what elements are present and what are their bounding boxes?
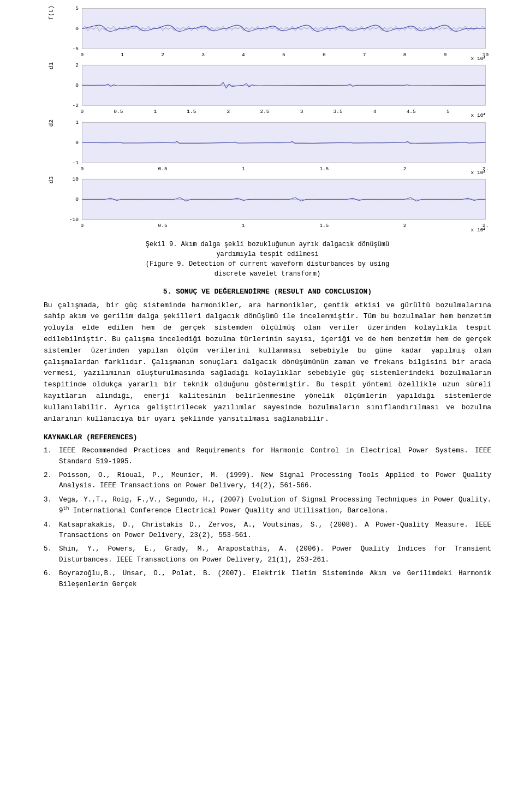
- caption-line3: (Figure 9. Detection of current waveform…: [146, 260, 389, 268]
- svg-text:x 10⁴: x 10⁴: [471, 227, 486, 233]
- svg-text:7: 7: [363, 52, 366, 58]
- svg-ft: 5 0 -5 0 1 2 3 4 5 6 7 8 9 10 x 10: [59, 5, 491, 60]
- svg-text:1: 1: [242, 166, 245, 172]
- svg-text:x 10⁴: x 10⁴: [471, 56, 486, 60]
- chart-ft: f(t) 5 0 -5 0 1 2 3: [44, 5, 491, 60]
- chart-area-d3: 10 0 -10 0 0.5 1 1.5 2 2. x 10⁴: [59, 176, 491, 234]
- svg-text:1: 1: [75, 120, 79, 126]
- svg-text:6: 6: [323, 52, 326, 58]
- ref-text-6: Boyrazoğlu,B., Ünsar, Ö., Polat, B. (200…: [59, 569, 491, 590]
- svg-text:5: 5: [282, 52, 285, 58]
- figure-caption: Şekil 9. Akım dalga şekli bozukluğunun a…: [44, 240, 491, 279]
- chart-area-d1: 2 0 -2 0 0.5 1 1.5 2 2.5 3 3.5 4 4.5 5 x…: [59, 62, 491, 117]
- svg-d3: 10 0 -10 0 0.5 1 1.5 2 2. x 10⁴: [59, 176, 491, 234]
- chart-d1: d1 2 0 -2 0 0.5 1 1.5 2 2.5 3: [44, 62, 491, 117]
- svg-text:0.5: 0.5: [158, 223, 168, 229]
- svg-text:0: 0: [80, 223, 84, 229]
- svg-text:0: 0: [75, 26, 79, 32]
- svg-text:5: 5: [75, 5, 79, 11]
- ylabel-ft: f(t): [44, 5, 59, 20]
- reference-item-5: 5. Shin, Y., Powers, E., Grady, M., Arap…: [44, 544, 491, 565]
- svg-d1: 2 0 -2 0 0.5 1 1.5 2 2.5 3 3.5 4 4.5 5 x…: [59, 62, 491, 117]
- figure-9: f(t) 5 0 -5 0 1 2 3: [44, 5, 491, 234]
- svg-text:5: 5: [446, 109, 450, 115]
- svg-text:-10: -10: [69, 217, 79, 223]
- ylabel-d3: d3: [44, 176, 59, 183]
- caption-line1: Şekil 9. Akım dalga şekli bozukluğunun a…: [146, 241, 389, 248]
- reference-item-1: 1. IEEE Recommended Practices and Requir…: [44, 446, 491, 467]
- svg-text:2: 2: [75, 63, 79, 69]
- ref-text-1: IEEE Recommended Practices and Requireme…: [59, 446, 491, 467]
- svg-text:0: 0: [75, 140, 79, 146]
- svg-text:3.5: 3.5: [334, 109, 343, 115]
- chart-d2: d2 1 0 -1 0 0.5 1 1.5 2 2. x 10⁴: [44, 120, 491, 174]
- svg-text:9: 9: [444, 52, 447, 58]
- svg-text:-2: -2: [73, 103, 79, 109]
- svg-text:4.5: 4.5: [407, 109, 416, 115]
- svg-text:2: 2: [403, 223, 407, 229]
- svg-text:0.5: 0.5: [114, 109, 123, 115]
- svg-text:0: 0: [80, 166, 84, 172]
- svg-text:1.5: 1.5: [187, 109, 196, 115]
- svg-text:x 10⁴: x 10⁴: [471, 113, 486, 117]
- svg-text:8: 8: [403, 52, 407, 58]
- svg-text:3: 3: [300, 109, 303, 115]
- svg-text:-1: -1: [73, 160, 79, 166]
- caption-line2: yardımıyla tespit edilmesi: [216, 250, 318, 258]
- svg-text:2.5: 2.5: [260, 109, 269, 115]
- reference-item-3: 3. Vega, Y.,T., Roig, F.,V., Segundo, H.…: [44, 495, 491, 517]
- ref-text-4: Katsaprakakis, D., Christakis D., Zervos…: [59, 520, 491, 541]
- chart-area-ft: 5 0 -5 0 1 2 3 4 5 6 7 8 9 10 x 10: [59, 5, 491, 60]
- caption-line4: discrete wavelet transform): [215, 270, 320, 278]
- svg-text:1.5: 1.5: [319, 166, 329, 172]
- reference-item-2: 2. Poisson, O., Rioual, P., Meunier, M. …: [44, 470, 491, 492]
- chart-area-d2: 1 0 -1 0 0.5 1 1.5 2 2. x 10⁴: [59, 120, 491, 174]
- ref-text-5: Shin, Y., Powers, E., Grady, M., Arapost…: [59, 544, 491, 565]
- svg-text:1: 1: [154, 109, 157, 115]
- svg-text:2: 2: [161, 52, 164, 58]
- svg-text:2: 2: [403, 166, 407, 172]
- ref-num-3: 3.: [44, 495, 59, 517]
- ref-text-3: Vega, Y.,T., Roig, F.,V., Segundo, H., (…: [59, 495, 491, 517]
- section-heading: 5. SONUÇ VE DEĞERLENDİRME (RESULT AND CO…: [44, 288, 491, 296]
- svg-text:2: 2: [227, 109, 230, 115]
- references-list: 1. IEEE Recommended Practices and Requir…: [44, 446, 491, 590]
- reference-item-6: 6. Boyrazoğlu,B., Ünsar, Ö., Polat, B. (…: [44, 569, 491, 590]
- ref-num-6: 6.: [44, 569, 59, 590]
- svg-text:-5: -5: [73, 46, 79, 52]
- body-paragraph: Bu çalışmada, bir güç sisteminde harmoni…: [44, 300, 491, 425]
- svg-text:0.5: 0.5: [158, 166, 168, 172]
- ref-num-4: 4.: [44, 520, 59, 541]
- ref-num-1: 1.: [44, 446, 59, 467]
- svg-text:3: 3: [201, 52, 205, 58]
- chart-d3: d3 10 0 -10 0 0.5 1 1.5 2 2. x 10⁴: [44, 176, 491, 234]
- ref-text-2: Poisson, O., Rioual, P., Meunier, M. (19…: [59, 470, 491, 492]
- ref-num-5: 5.: [44, 544, 59, 565]
- svg-text:1.5: 1.5: [319, 223, 329, 229]
- ylabel-d2: d2: [44, 120, 59, 127]
- svg-text:0: 0: [80, 109, 84, 115]
- svg-text:1: 1: [121, 52, 124, 58]
- svg-d2: 1 0 -1 0 0.5 1 1.5 2 2. x 10⁴: [59, 120, 491, 174]
- svg-text:1: 1: [242, 223, 245, 229]
- svg-text:10: 10: [73, 176, 79, 182]
- reference-item-4: 4. Katsaprakakis, D., Christakis D., Zer…: [44, 520, 491, 541]
- svg-text:0: 0: [75, 83, 79, 89]
- ylabel-d1: d1: [44, 62, 59, 69]
- references-heading: KAYNAKLAR (REFERENCES): [44, 433, 491, 441]
- svg-text:0: 0: [75, 196, 79, 202]
- svg-text:x 10⁴: x 10⁴: [471, 170, 486, 174]
- svg-text:4: 4: [373, 109, 377, 115]
- svg-text:0: 0: [80, 52, 84, 58]
- ref-num-2: 2.: [44, 470, 59, 492]
- svg-text:4: 4: [242, 52, 245, 58]
